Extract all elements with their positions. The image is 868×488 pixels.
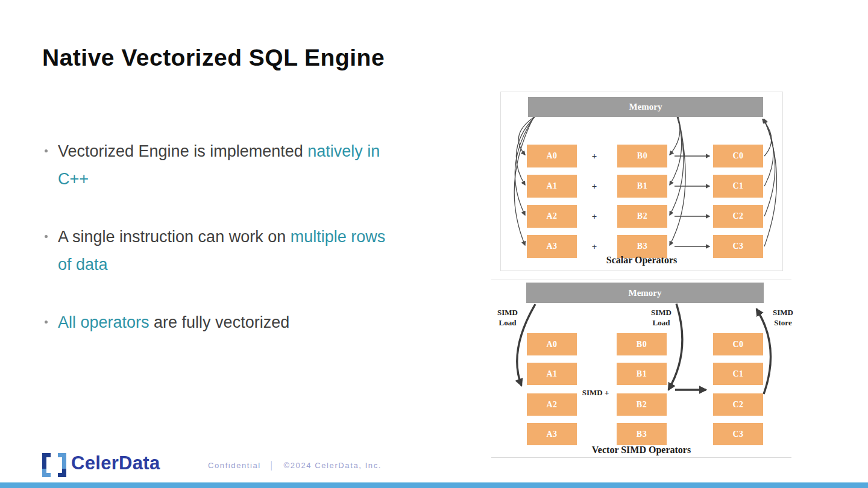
bullet-text-plain: A single instruction can work on — [58, 228, 291, 246]
simd-store-label: SIMD Store — [768, 307, 798, 328]
plus-operator: + — [584, 205, 605, 228]
data-box: B1 — [617, 363, 667, 385]
bottom-accent-bar — [0, 482, 868, 488]
data-box: A0 — [527, 145, 577, 167]
memory-label: Memory — [629, 288, 662, 298]
data-box: B2 — [617, 205, 667, 228]
data-box: C1 — [713, 363, 763, 385]
copyright-label: ©2024 CelerData, Inc. — [284, 461, 382, 470]
bullet-text-plain: are fully vectorized — [149, 313, 290, 331]
simd-load-left-label: SIMD Load — [492, 307, 523, 328]
confidential-label: Confidential — [208, 461, 261, 470]
brand-name: CelerData — [71, 452, 160, 474]
memory-bar: Memory — [528, 97, 763, 117]
bullet-item: Vectorized Engine is implemented nativel… — [42, 137, 440, 193]
memory-bar: Memory — [526, 283, 764, 303]
data-box: A3 — [527, 423, 577, 445]
bullet-text-plain: Vectorized Engine is implemented — [58, 142, 307, 160]
vector-simd-operators-diagram: Memory SIMD Load SIMD Load SIMD Store SI… — [491, 279, 791, 458]
data-box: A0 — [527, 333, 577, 355]
footer: CelerData Confidential│©2024 CelerData, … — [0, 449, 868, 482]
bullet-text: Vectorized Engine is implemented nativel… — [58, 142, 380, 188]
bullet-dot-icon — [45, 149, 48, 152]
diagram-caption: Scalar Operators — [501, 255, 782, 266]
data-box: A2 — [527, 205, 577, 228]
bullet-dot-icon — [45, 235, 48, 238]
data-box: C2 — [713, 393, 763, 416]
data-box: C0 — [713, 145, 763, 167]
slide: Native Vectorized SQL Engine Vectorized … — [0, 0, 868, 488]
scalar-operators-diagram: Memory A0 A1 A2 A3 B0 B1 B2 B3 C0 C1 C2 … — [500, 92, 783, 271]
page-title: Native Vectorized SQL Engine — [42, 45, 385, 71]
bullet-item: All operators are fully vectorized — [42, 308, 440, 336]
data-box: B3 — [617, 423, 667, 445]
data-box: B2 — [617, 393, 667, 416]
memory-label: Memory — [629, 102, 662, 111]
data-box: B0 — [617, 145, 667, 167]
plus-operator: + — [584, 175, 605, 198]
data-box: A2 — [527, 393, 577, 416]
bullet-item: A single instruction can work on multipl… — [42, 223, 440, 278]
data-box: A1 — [527, 363, 577, 385]
bullet-dot-icon — [45, 321, 48, 324]
data-box: C0 — [713, 333, 763, 355]
simd-load-mid-label: SIMD Load — [646, 307, 676, 328]
simd-plus-label: SIMD + — [573, 387, 618, 398]
separator: │ — [269, 461, 275, 470]
bullet-text-highlight: All operators — [58, 313, 149, 331]
bullet-list: Vectorized Engine is implemented nativel… — [42, 137, 440, 366]
data-box: C1 — [713, 175, 763, 198]
legal-line: Confidential│©2024 CelerData, Inc. — [208, 461, 382, 470]
plus-operator: + — [584, 145, 605, 167]
bullet-text: All operators are fully vectorized — [58, 313, 289, 331]
bullet-text: A single instruction can work on multipl… — [58, 228, 385, 274]
data-box: C3 — [713, 423, 763, 445]
data-box: B0 — [617, 333, 667, 355]
data-box: A1 — [527, 175, 577, 198]
data-box: C2 — [713, 205, 763, 228]
celerdata-logo-icon — [42, 453, 66, 477]
data-box: B1 — [617, 175, 667, 198]
